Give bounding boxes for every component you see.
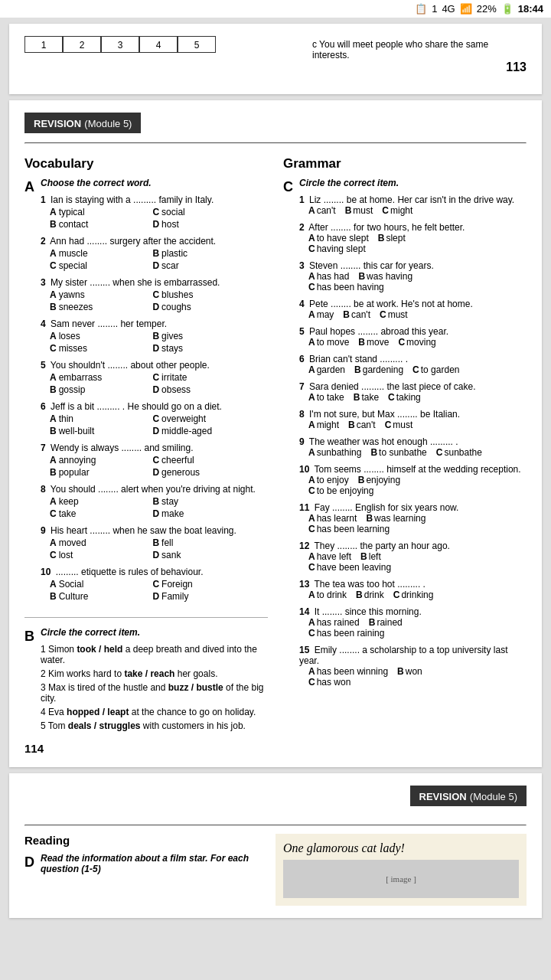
sim-icon: 📋 [415, 3, 427, 15]
bottom-card: REVISION (Module 5) Reading D Read the i… [9, 773, 542, 918]
bottom-revision-header: REVISION (Module 5) [410, 786, 527, 806]
table-cell-5: 5 [178, 36, 216, 53]
time: 18:44 [518, 3, 543, 15]
vocabulary-title: Vocabulary [24, 156, 268, 172]
page-number-114: 114 [24, 742, 268, 755]
grammar-q10: 10 Tom seems ........ himself at the wed… [299, 464, 527, 496]
grammar-q3: 3 Steven ........ this car for years. Ah… [299, 260, 527, 292]
reading-title: Reading [24, 834, 260, 847]
cat-lady-section: One glamorous cat lady! [ image ] [276, 834, 527, 906]
network-type: 4G [442, 3, 455, 15]
top-card: 1 2 3 4 5 c You will meet people who sha… [9, 24, 542, 94]
sim-number: 1 [432, 3, 437, 15]
grammar-section-label: C [283, 179, 293, 195]
circle-q2: 2 Kim works hard to take / reach her goa… [41, 668, 268, 679]
grammar-q9: 9 The weather was hot enough ......... .… [299, 436, 527, 458]
grammar-q2: 2 After ........ for two hours, he felt … [299, 222, 527, 254]
right-column: Grammar C Circle the correct item. 1 Liz… [283, 156, 527, 755]
circle-q5: 5 Tom deals / struggles with customers i… [41, 720, 268, 731]
revision-header-container: REVISION (Module 5) [24, 113, 527, 145]
grammar-q1: 1 Liz ........ be at home. Her car isn't… [299, 194, 527, 216]
battery-icon: 🔋 [501, 3, 514, 15]
circle-q3: 3 Max is tired of the hustle and buzz / … [41, 682, 268, 704]
table-cell-1: 1 [24, 36, 63, 53]
bottom-two-col: Reading D Read the information about a f… [24, 834, 527, 906]
top-right-text: c You will meet people who share the sam… [312, 36, 527, 60]
vocab-question-9: 9 His heart ........ when he saw the boa… [41, 525, 256, 560]
grammar-q13: 13 The tea was too hot ......... . Ato d… [299, 579, 527, 600]
table-cell-3: 3 [101, 36, 139, 53]
circle-q4: 4 Eva hopped / leapt at the chance to go… [41, 707, 268, 717]
vocab-question-6: 6 Jeff is a bit ......... . He should go… [41, 401, 256, 436]
cat-lady-image-placeholder: [ image ] [283, 860, 519, 898]
two-column-layout: Vocabulary A Choose the correct word. 1 … [24, 156, 527, 755]
battery-percent: 22% [477, 3, 497, 15]
table-cell-4: 4 [139, 36, 178, 53]
grammar-q5: 5 Paul hopes ........ abroad this year. … [299, 326, 527, 348]
cat-lady-text: One glamorous cat lady! [283, 841, 519, 855]
reading-section: Reading D Read the information about a f… [24, 834, 260, 906]
reading-section-label: D [24, 854, 34, 871]
grammar-instruction: Circle the correct item. [299, 178, 527, 188]
vocab-question-1: 1 Ian is staying with a ......... family… [41, 194, 256, 230]
vocab-question-5: 5 You shouldn't ........ about other peo… [41, 360, 256, 395]
bottom-revision-divider [24, 825, 527, 826]
vocab-question-7: 7 Wendy is always ........ and smiling. … [41, 443, 256, 478]
circle-q1: 1 Simon took / held a deep breath and di… [41, 644, 268, 665]
circle-instruction: Circle the correct item. [41, 627, 268, 638]
main-card: REVISION (Module 5) Vocabulary A Choose … [9, 100, 542, 767]
grammar-q15: 15 Emily ........ a scholarship to a top… [299, 645, 527, 688]
revision-header: REVISION (Module 5) [24, 113, 141, 133]
grammar-title: Grammar [283, 156, 527, 172]
grammar-q14: 14 It ........ since this morning. Ahas … [299, 606, 527, 639]
status-bar: 📋 1 4G 📶 22% 🔋 18:44 [0, 0, 551, 18]
vocab-question-8: 8 You should ........ alert when you're … [41, 484, 256, 519]
vocab-divider [24, 617, 268, 618]
table-cell-2: 2 [63, 36, 101, 53]
grammar-q11: 11 Fay ........ English for six years no… [299, 502, 527, 534]
reading-instruction: Read the information about a film star. … [41, 853, 260, 874]
vocab-question-4: 4 Sam never ........ her temper. Aloses … [41, 318, 256, 354]
grammar-q4: 4 Pete ........ be at work. He's not at … [299, 299, 527, 320]
grammar-q7: 7 Sara denied ......... the last piece o… [299, 381, 527, 403]
vocab-section-label: A [24, 179, 34, 195]
grammar-q12: 12 They ........ the party an hour ago. … [299, 541, 527, 573]
vocab-question-2: 2 Ann had ........ surgery after the acc… [41, 236, 256, 271]
circle-section-label: B [24, 629, 34, 645]
page-number-113: 113 [24, 60, 527, 74]
table-container: 1 2 3 4 5 [24, 36, 216, 59]
left-column: Vocabulary A Choose the correct word. 1 … [24, 156, 268, 755]
vocab-instruction: Choose the correct word. [41, 178, 256, 188]
grammar-q8: 8 I'm not sure, but Max ........ be Ital… [299, 409, 527, 430]
grammar-q6: 6 Brian can't stand ......... . Agarden … [299, 354, 527, 375]
vocab-question-3: 3 My sister ........ when she is embarra… [41, 277, 256, 312]
signal-bars: 📶 [460, 3, 472, 15]
vocab-question-10: 10 ......... etiquette is rules of behav… [41, 567, 256, 602]
